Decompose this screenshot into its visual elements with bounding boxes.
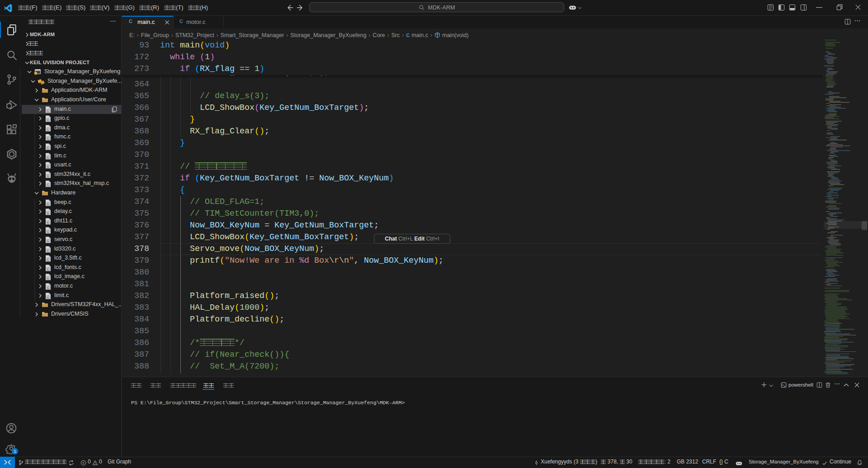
svg-text:c: c xyxy=(47,230,49,233)
svg-text:c: c xyxy=(47,276,49,279)
svg-text:c: c xyxy=(47,137,49,140)
svg-text:c: c xyxy=(47,174,49,177)
svg-text:c: c xyxy=(47,221,49,224)
svg-text:c: c xyxy=(47,202,49,205)
svg-text:c: c xyxy=(47,267,49,270)
svg-text:c: c xyxy=(47,249,49,252)
svg-text:c: c xyxy=(47,258,49,261)
svg-text:c: c xyxy=(47,183,49,186)
svg-text:c: c xyxy=(47,128,49,131)
svg-text:c: c xyxy=(47,165,49,168)
svg-text:c: c xyxy=(47,118,49,121)
svg-text:c: c xyxy=(47,109,49,112)
svg-text:c: c xyxy=(47,146,49,149)
svg-text:c: c xyxy=(47,156,49,159)
svg-text:c: c xyxy=(47,239,49,242)
svg-text:c: c xyxy=(47,211,49,214)
svg-text:c: c xyxy=(47,295,49,298)
svg-text:c: c xyxy=(47,286,49,289)
